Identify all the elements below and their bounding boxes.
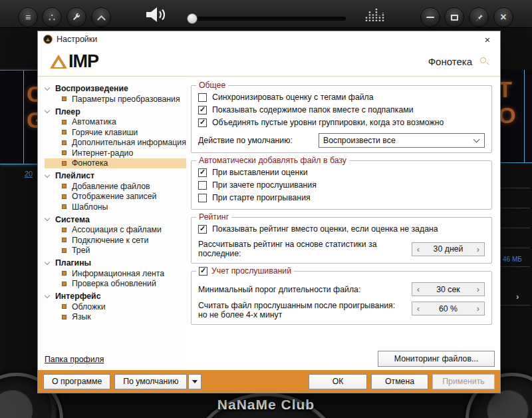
sidebar-item-file-associations[interactable]: Ассоциация с файлами [45,225,186,236]
player-toolbar: ≡ ∴ [0,0,532,28]
bullet-icon [62,150,66,155]
sidebar-group-interface[interactable]: Интерфейс [45,291,186,302]
pin-button[interactable] [469,7,489,27]
options-dots-button[interactable]: ∴ [42,7,62,27]
chevron-up-icon [97,15,106,23]
listened-threshold-label: Считать файл прослушанным после проигрыв… [198,301,412,319]
sidebar-item-network[interactable]: Подключение к сети [45,235,186,246]
maximize-button[interactable] [444,7,464,27]
sidebar-item-conversion-params[interactable]: Параметры преобразования [45,94,186,104]
sidebar-group-system[interactable]: Система [45,214,186,225]
cancel-button[interactable]: Отмена [371,374,428,389]
chevron-down-icon [45,292,50,298]
rating-days-spinner[interactable]: ‹ 30 дней › [412,242,485,256]
sidebar-item-language[interactable]: Язык [45,312,186,323]
defaults-dropdown-button[interactable] [188,374,201,389]
sidebar-item-music-library[interactable]: Фонотека [45,158,186,169]
close-button[interactable]: × [493,7,513,27]
sidebar-item-tray[interactable]: Трей [45,246,186,256]
volume-speaker-icon[interactable] [145,7,168,25]
search-icon[interactable] [479,57,489,67]
sidebar-item-automation[interactable]: Автоматика [45,117,186,128]
aimp-logo: IMP [50,51,98,72]
group-listening: ✓ Учет прослушиваний Минимальный порог д… [191,271,492,325]
visualization-icon[interactable] [364,8,387,24]
main-menu-button[interactable]: ≡ [18,7,38,27]
chevron-left-icon[interactable]: ‹ [412,304,424,314]
sidebar-item-display-entries[interactable]: Отображение записей [45,192,186,202]
min-duration-label: Минимальный порог длительности файла: [198,285,412,294]
sidebar-item-update-check[interactable]: Проверка обновлений [45,279,186,290]
pin-icon [474,13,483,22]
group-listening-title-checkbox[interactable]: ✓ Учет прослушиваний [196,266,294,276]
bullet-icon [62,184,66,188]
ok-button[interactable]: ОК [309,374,367,389]
checkbox-merge-empty-groups[interactable]: ✓ Объединять пустые уровни группировки, … [198,116,485,128]
profile-folder-link[interactable]: Папка профиля [45,355,104,364]
chevron-right-icon[interactable]: › [472,284,484,294]
bullet-icon [62,161,66,166]
bullet-icon [62,304,66,309]
group-auto-add: Автоматически добавлять файл в базу ✓ Пр… [191,160,492,210]
min-duration-spinner[interactable]: ‹ 30 сек › [412,282,485,296]
about-button[interactable]: О программе [43,374,110,389]
sidebar-group-player[interactable]: Плеер [45,106,186,117]
chevron-down-icon [45,216,50,221]
group-rating: Рейтинг ✓ Показывать рейтинг вместо оцен… [191,217,492,264]
file-monitoring-button[interactable]: Мониторинг файлов... [378,351,495,367]
sidebar-item-internet-radio[interactable]: Интернет-радио [45,148,186,158]
playlist-divider [501,266,530,267]
dialog-titlebar[interactable]: Настройки × [38,31,500,47]
checkbox-on-rating-set[interactable]: ✓ При выставлении оценки [198,166,485,178]
checkbox-show-subfolders[interactable]: ✓ Показывать содержимое папок вместе с п… [198,104,485,116]
group-general-title: Общее [196,81,228,90]
sidebar-item-templates[interactable]: Шаблоны [45,202,186,212]
volume-knob[interactable] [187,13,198,24]
volume-slider[interactable] [188,17,346,21]
settings-content: Общее Синхронизировать оценку с тегами ф… [186,77,500,370]
chevron-right-icon[interactable]: › [472,304,484,314]
checkbox-box: ✓ [199,267,207,276]
defaults-button[interactable]: По умолчанию [114,374,187,389]
settings-wrench-button[interactable] [66,7,86,27]
checkbox-box [198,194,207,202]
default-action-dropdown[interactable]: Воспроизвести все [319,133,485,148]
sidebar-item-additional-info[interactable]: Дополнительная информация [45,138,186,148]
checkbox-box: ✓ [198,168,207,177]
checkbox-show-rating-instead[interactable]: ✓ Показывать рейтинг вместо оценки, если… [198,223,485,235]
sidebar-group-plugins[interactable]: Плагины [45,258,186,268]
chevron-left-icon[interactable]: ‹ [412,244,424,254]
sidebar-group-playback[interactable]: Воспроизведение [45,83,186,94]
sidebar-item-hotkeys[interactable]: Горячие клавиши [45,127,186,138]
sidebar-group-playlist[interactable]: Плейлист [45,170,186,181]
listened-percent-spinner[interactable]: ‹ 60 % › [412,302,485,315]
checkbox-on-playback-counted[interactable]: При зачете прослушивания [198,179,485,191]
playlist-divider [501,228,530,228]
bullet-icon [62,248,66,253]
aimp-logo-text: IMP [68,51,98,72]
next-arrow-icon[interactable]: › [516,292,519,302]
bullet-icon [62,120,66,124]
sidebar-item-skins[interactable]: Обложки [45,302,186,312]
bullet-icon [62,194,66,199]
collapse-button[interactable] [91,7,111,27]
bullet-icon [62,315,66,319]
playlist-link-left[interactable]: 20 [25,170,33,178]
group-rating-title: Рейтинг [196,212,231,222]
sidebar-item-info-feed[interactable]: Информационная лента [45,268,186,279]
dialog-bottom-bar: О программе По умолчанию ОК Отмена Приме… [38,370,500,393]
sidebar-item-adding-files[interactable]: Добавление файлов [45,181,186,192]
minimize-button[interactable] [420,7,440,27]
album-art-text: C G [27,81,37,133]
chevron-left-icon[interactable]: ‹ [412,284,424,294]
chevron-right-icon[interactable]: › [472,244,484,254]
dialog-close-icon[interactable]: × [480,34,495,45]
bullet-icon [62,228,66,232]
checkbox-on-playback-start[interactable]: При старте проигрывания [198,192,485,204]
checkbox-sync-rating-tags[interactable]: Синхронизировать оценку с тегами файла [198,91,485,103]
settings-dialog: Настройки × IMP Фонотека Воспроизведение [37,31,501,393]
apply-button[interactable]: Применить [432,374,495,389]
aimp-logo-triangle-icon [50,55,67,69]
file-size-label: 46 МБ [503,256,522,263]
album-art-text: T O [501,77,532,128]
